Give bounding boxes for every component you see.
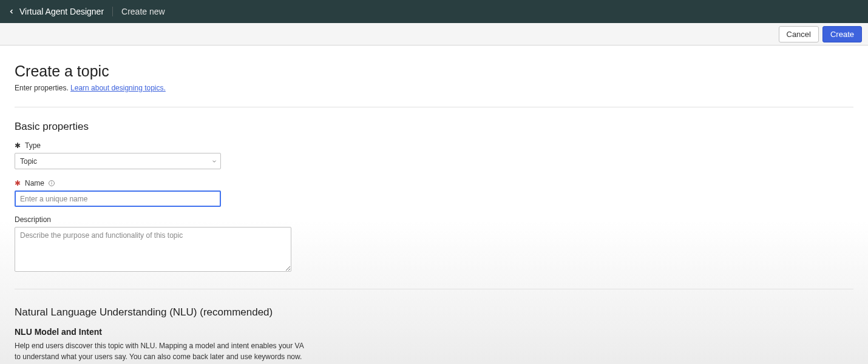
page-subtitle: Enter properties. Learn about designing … [15, 84, 853, 92]
name-label-text: Name [25, 179, 44, 187]
type-label: ✱ Type [15, 141, 853, 150]
breadcrumb: Create new [121, 7, 165, 16]
nlu-body-text: Help end users discover this topic with … [15, 342, 303, 361]
top-bar: Virtual Agent Designer Create new [0, 0, 868, 23]
divider [15, 289, 853, 289]
basic-properties-title: Basic properties [15, 121, 853, 133]
nlu-title: Natural Language Understanding (NLU) (re… [15, 306, 853, 318]
required-icon: ✱ [15, 141, 21, 150]
page-title: Create a topic [15, 62, 853, 80]
divider [15, 107, 853, 107]
cancel-button[interactable]: Cancel [779, 26, 819, 42]
content-area: Create a topic Enter properties. Learn a… [0, 46, 868, 364]
description-label-text: Description [15, 215, 51, 224]
app-name[interactable]: Virtual Agent Designer [19, 7, 113, 16]
back-icon[interactable] [6, 6, 17, 17]
type-select[interactable]: Topic [15, 153, 221, 169]
name-input[interactable] [15, 190, 221, 207]
name-label: ✱ Name [15, 179, 853, 187]
description-label: Description [15, 215, 853, 224]
create-button[interactable]: Create [822, 26, 862, 42]
nlu-body: Help end users discover this topic with … [15, 340, 306, 364]
type-select-wrap: Topic [15, 153, 221, 169]
required-icon: ✱ [15, 179, 21, 187]
type-label-text: Type [25, 141, 41, 150]
nlu-subtitle: NLU Model and Intent [15, 327, 853, 337]
nlu-section: Natural Language Understanding (NLU) (re… [15, 306, 853, 364]
info-icon[interactable] [47, 180, 55, 187]
description-textarea[interactable] [15, 227, 291, 272]
svg-point-2 [51, 182, 52, 183]
learn-topics-link[interactable]: Learn about designing topics. [70, 84, 166, 92]
subtitle-text: Enter properties. [15, 84, 70, 92]
action-bar: Cancel Create [0, 23, 868, 46]
